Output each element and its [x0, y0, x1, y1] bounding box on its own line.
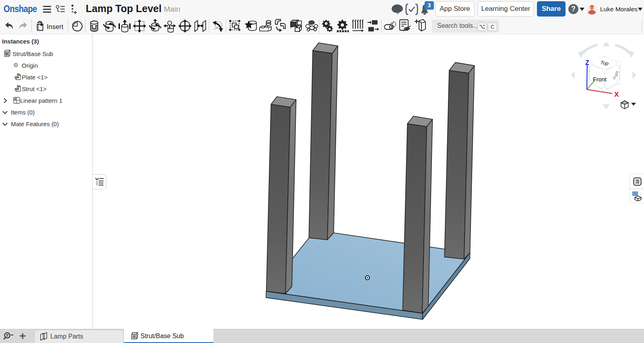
svg-text:Z: Z — [585, 59, 589, 66]
svg-text:X: X — [614, 91, 619, 98]
svg-text:Front: Front — [593, 76, 607, 83]
